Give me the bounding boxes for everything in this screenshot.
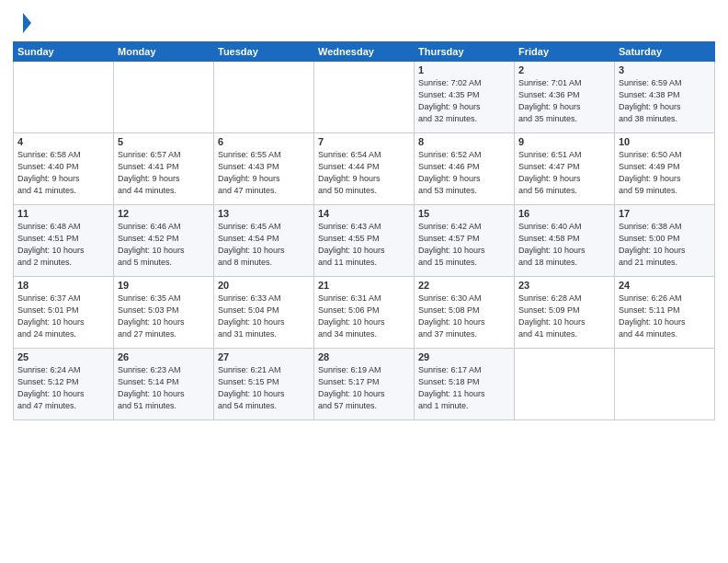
day-number: 24 — [619, 280, 711, 291]
day-cell: 1Sunrise: 7:02 AM Sunset: 4:35 PM Daylig… — [415, 61, 515, 132]
day-number: 22 — [418, 280, 510, 291]
day-info: Sunrise: 6:31 AM Sunset: 5:06 PM Dayligh… — [318, 293, 410, 340]
page: SundayMondayTuesdayWednesdayThursdayFrid… — [0, 0, 728, 430]
day-info: Sunrise: 6:37 AM Sunset: 5:01 PM Dayligh… — [17, 293, 109, 340]
day-number: 5 — [118, 136, 210, 147]
day-number: 6 — [218, 136, 310, 147]
day-cell: 14Sunrise: 6:43 AM Sunset: 4:55 PM Dayli… — [314, 204, 415, 276]
day-info: Sunrise: 6:51 AM Sunset: 4:47 PM Dayligh… — [518, 149, 610, 197]
week-row-2: 4Sunrise: 6:58 AM Sunset: 4:40 PM Daylig… — [14, 132, 715, 204]
day-info: Sunrise: 6:33 AM Sunset: 5:04 PM Dayligh… — [218, 293, 310, 340]
day-cell — [615, 348, 715, 419]
day-number: 1 — [418, 64, 510, 75]
day-cell — [14, 61, 114, 132]
header-row — [13, 9, 715, 38]
day-info: Sunrise: 6:52 AM Sunset: 4:46 PM Dayligh… — [418, 149, 510, 197]
day-cell: 8Sunrise: 6:52 AM Sunset: 4:46 PM Daylig… — [415, 132, 515, 204]
day-info: Sunrise: 6:17 AM Sunset: 5:18 PM Dayligh… — [418, 364, 510, 412]
day-cell: 13Sunrise: 6:45 AM Sunset: 4:54 PM Dayli… — [214, 204, 314, 276]
day-number: 27 — [218, 351, 310, 362]
day-cell: 16Sunrise: 6:40 AM Sunset: 4:58 PM Dayli… — [515, 204, 615, 276]
day-cell: 11Sunrise: 6:48 AM Sunset: 4:51 PM Dayli… — [14, 204, 114, 276]
day-info: Sunrise: 6:59 AM Sunset: 4:38 PM Dayligh… — [619, 77, 711, 125]
day-info: Sunrise: 6:21 AM Sunset: 5:15 PM Dayligh… — [218, 364, 310, 412]
week-row-1: 1Sunrise: 7:02 AM Sunset: 4:35 PM Daylig… — [14, 61, 715, 132]
logo-text — [13, 13, 31, 38]
day-number: 21 — [318, 280, 410, 291]
day-info: Sunrise: 6:43 AM Sunset: 4:55 PM Dayligh… — [318, 221, 410, 269]
day-number: 29 — [418, 351, 510, 362]
day-info: Sunrise: 6:28 AM Sunset: 5:09 PM Dayligh… — [518, 293, 610, 340]
day-cell: 19Sunrise: 6:35 AM Sunset: 5:03 PM Dayli… — [114, 276, 214, 348]
day-number: 11 — [17, 208, 109, 219]
day-info: Sunrise: 6:57 AM Sunset: 4:41 PM Dayligh… — [118, 149, 210, 197]
day-number: 18 — [17, 280, 109, 291]
day-info: Sunrise: 6:40 AM Sunset: 4:58 PM Dayligh… — [518, 221, 610, 269]
day-cell — [515, 348, 615, 419]
day-cell: 18Sunrise: 6:37 AM Sunset: 5:01 PM Dayli… — [14, 276, 114, 348]
day-cell: 4Sunrise: 6:58 AM Sunset: 4:40 PM Daylig… — [14, 132, 114, 204]
day-cell: 15Sunrise: 6:42 AM Sunset: 4:57 PM Dayli… — [415, 204, 515, 276]
day-number: 26 — [118, 351, 210, 362]
day-info: Sunrise: 7:02 AM Sunset: 4:35 PM Dayligh… — [418, 77, 510, 125]
day-info: Sunrise: 6:46 AM Sunset: 4:52 PM Dayligh… — [118, 221, 210, 269]
day-cell — [214, 61, 314, 132]
day-cell: 7Sunrise: 6:54 AM Sunset: 4:44 PM Daylig… — [314, 132, 415, 204]
day-info: Sunrise: 6:38 AM Sunset: 5:00 PM Dayligh… — [619, 221, 711, 269]
day-cell — [314, 61, 415, 132]
header-row-days: SundayMondayTuesdayWednesdayThursdayFrid… — [14, 41, 715, 61]
week-row-4: 18Sunrise: 6:37 AM Sunset: 5:01 PM Dayli… — [14, 276, 715, 348]
day-info: Sunrise: 6:23 AM Sunset: 5:14 PM Dayligh… — [118, 364, 210, 412]
day-cell: 27Sunrise: 6:21 AM Sunset: 5:15 PM Dayli… — [214, 348, 314, 419]
day-cell: 20Sunrise: 6:33 AM Sunset: 5:04 PM Dayli… — [214, 276, 314, 348]
svg-marker-0 — [23, 13, 31, 33]
week-row-5: 25Sunrise: 6:24 AM Sunset: 5:12 PM Dayli… — [14, 348, 715, 419]
day-cell: 17Sunrise: 6:38 AM Sunset: 5:00 PM Dayli… — [615, 204, 715, 276]
logo-icon — [15, 13, 31, 33]
day-number: 23 — [518, 280, 610, 291]
day-info: Sunrise: 6:19 AM Sunset: 5:17 PM Dayligh… — [318, 364, 410, 412]
day-info: Sunrise: 6:24 AM Sunset: 5:12 PM Dayligh… — [17, 364, 109, 412]
day-number: 3 — [619, 64, 711, 75]
day-cell: 25Sunrise: 6:24 AM Sunset: 5:12 PM Dayli… — [14, 348, 114, 419]
day-number: 16 — [518, 208, 610, 219]
day-number: 17 — [619, 208, 711, 219]
day-cell: 9Sunrise: 6:51 AM Sunset: 4:47 PM Daylig… — [515, 132, 615, 204]
day-info: Sunrise: 6:58 AM Sunset: 4:40 PM Dayligh… — [17, 149, 109, 197]
calendar-table: SundayMondayTuesdayWednesdayThursdayFrid… — [13, 41, 715, 420]
col-header-monday: Monday — [114, 41, 214, 61]
day-cell: 26Sunrise: 6:23 AM Sunset: 5:14 PM Dayli… — [114, 348, 214, 419]
day-cell: 23Sunrise: 6:28 AM Sunset: 5:09 PM Dayli… — [515, 276, 615, 348]
col-header-thursday: Thursday — [415, 41, 515, 61]
day-number: 12 — [118, 208, 210, 219]
day-number: 10 — [619, 136, 711, 147]
day-number: 2 — [518, 64, 610, 75]
day-cell — [114, 61, 214, 132]
day-cell: 21Sunrise: 6:31 AM Sunset: 5:06 PM Dayli… — [314, 276, 415, 348]
day-number: 28 — [318, 351, 410, 362]
col-header-saturday: Saturday — [615, 41, 715, 61]
col-header-sunday: Sunday — [14, 41, 114, 61]
day-number: 7 — [318, 136, 410, 147]
day-number: 19 — [118, 280, 210, 291]
logo — [13, 13, 31, 38]
day-number: 13 — [218, 208, 310, 219]
day-cell: 28Sunrise: 6:19 AM Sunset: 5:17 PM Dayli… — [314, 348, 415, 419]
day-info: Sunrise: 6:48 AM Sunset: 4:51 PM Dayligh… — [17, 221, 109, 269]
day-cell: 22Sunrise: 6:30 AM Sunset: 5:08 PM Dayli… — [415, 276, 515, 348]
day-cell: 10Sunrise: 6:50 AM Sunset: 4:49 PM Dayli… — [615, 132, 715, 204]
day-info: Sunrise: 6:42 AM Sunset: 4:57 PM Dayligh… — [418, 221, 510, 269]
col-header-tuesday: Tuesday — [214, 41, 314, 61]
day-info: Sunrise: 6:26 AM Sunset: 5:11 PM Dayligh… — [619, 293, 711, 340]
col-header-friday: Friday — [515, 41, 615, 61]
day-info: Sunrise: 6:54 AM Sunset: 4:44 PM Dayligh… — [318, 149, 410, 197]
day-number: 14 — [318, 208, 410, 219]
day-number: 9 — [518, 136, 610, 147]
day-number: 15 — [418, 208, 510, 219]
day-info: Sunrise: 6:50 AM Sunset: 4:49 PM Dayligh… — [619, 149, 711, 197]
day-cell: 3Sunrise: 6:59 AM Sunset: 4:38 PM Daylig… — [615, 61, 715, 132]
day-info: Sunrise: 6:55 AM Sunset: 4:43 PM Dayligh… — [218, 149, 310, 197]
day-cell: 5Sunrise: 6:57 AM Sunset: 4:41 PM Daylig… — [114, 132, 214, 204]
day-number: 20 — [218, 280, 310, 291]
day-cell: 24Sunrise: 6:26 AM Sunset: 5:11 PM Dayli… — [615, 276, 715, 348]
